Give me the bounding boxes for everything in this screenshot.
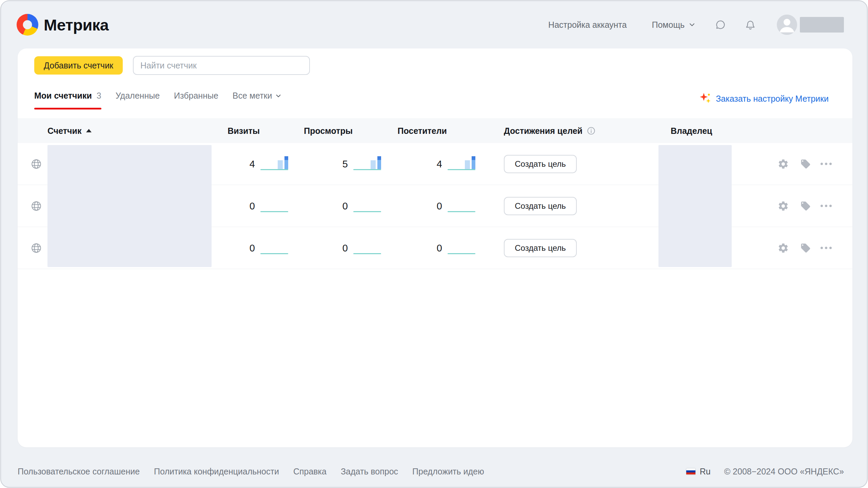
tab-deleted[interactable]: Удаленные (116, 91, 160, 109)
column-goals: Достижения целей (504, 126, 596, 136)
counters-card: Добавить счетчик Мои счетчики 3 Удаленны… (18, 48, 852, 447)
table-header: Счетчик Визиты Просмотры Посетители Дост… (18, 118, 852, 143)
visits-sparkline (260, 239, 288, 257)
column-views: Просмотры (304, 126, 353, 136)
ellipsis-icon[interactable] (818, 199, 834, 213)
views-value: 5 (294, 158, 348, 169)
tab-favorites[interactable]: Избранные (174, 91, 218, 109)
tab-all-tags[interactable]: Все метки (233, 91, 282, 109)
sort-asc-icon (86, 129, 92, 133)
footer-link-user-agreement[interactable]: Пользовательское соглашение (18, 467, 140, 476)
column-visits: Визиты (228, 126, 260, 136)
gear-icon[interactable] (776, 157, 790, 171)
order-link-label: Заказать настройку Метрики (716, 94, 829, 104)
visitors-sparkline (448, 197, 475, 215)
logo-text: Метрика (44, 16, 108, 34)
gear-icon[interactable] (776, 199, 790, 213)
column-owner: Владелец (671, 126, 712, 136)
tabs: Мои счетчики 3 Удаленные Избранные Все м… (34, 91, 282, 115)
add-counter-button[interactable]: Добавить счетчик (34, 56, 123, 75)
column-goals-label: Достижения целей (504, 126, 583, 136)
tab-my-counters-label: Мои счетчики (34, 91, 92, 101)
ellipsis-icon[interactable] (818, 157, 834, 171)
counter-name-redacted[interactable] (47, 145, 212, 267)
views-sparkline (353, 197, 381, 215)
visitors-sparkline (448, 155, 475, 173)
language-selector[interactable]: Ru (700, 467, 711, 476)
footer-link-privacy-policy[interactable]: Политика конфиденциальности (154, 467, 279, 476)
footer-link-help[interactable]: Справка (293, 467, 327, 476)
visits-sparkline (260, 197, 288, 215)
column-visitors: Посетители (398, 126, 447, 136)
visitors-sparkline (448, 239, 475, 257)
table-body: 4 5 4 Создать цель 0 (18, 143, 852, 269)
visitors-value: 0 (388, 200, 442, 211)
tag-icon[interactable] (799, 199, 812, 213)
ellipsis-icon[interactable] (818, 241, 834, 255)
app-window: Метрика Настройка аккаунта Помощь (0, 0, 868, 488)
avatar[interactable] (777, 15, 797, 35)
search-input[interactable] (133, 56, 310, 75)
views-sparkline (353, 155, 381, 173)
footer: Пользовательское соглашение Политика кон… (1, 462, 867, 481)
help-label: Помощь (652, 20, 685, 30)
chat-icon[interactable] (714, 19, 727, 31)
sparkle-star-icon (698, 92, 712, 105)
top-bar: Метрика Настройка аккаунта Помощь (1, 1, 867, 48)
order-metrika-setup-link[interactable]: Заказать настройку Метрики (698, 92, 829, 105)
chevron-down-icon (275, 92, 282, 100)
account-settings-link[interactable]: Настройка аккаунта (548, 20, 627, 30)
views-value: 0 (294, 200, 348, 211)
tab-my-counters[interactable]: Мои счетчики 3 (34, 91, 101, 109)
yandex-metrika-logo-icon (17, 14, 38, 36)
tab-my-counters-count: 3 (97, 91, 101, 101)
metrika-logo[interactable]: Метрика (17, 14, 108, 36)
column-counter-label: Счетчик (47, 126, 81, 136)
help-menu[interactable]: Помощь (652, 20, 696, 30)
column-counter[interactable]: Счетчик (47, 126, 92, 136)
owner-redacted (658, 145, 732, 267)
bell-icon[interactable] (744, 19, 756, 31)
visitors-value: 4 (388, 158, 442, 169)
globe-icon (31, 242, 42, 254)
create-goal-button[interactable]: Создать цель (504, 197, 577, 215)
gear-icon[interactable] (776, 241, 790, 255)
username-redacted[interactable] (800, 17, 844, 33)
info-icon[interactable] (587, 126, 596, 135)
footer-right: Ru © 2008−2024 ООО «ЯНДЕКС» (686, 462, 844, 481)
globe-icon (31, 158, 42, 170)
globe-icon (31, 200, 42, 212)
russia-flag-icon[interactable] (686, 468, 696, 475)
tab-all-tags-label: Все метки (233, 91, 272, 101)
tag-icon[interactable] (799, 241, 812, 255)
copyright: © 2008−2024 ООО «ЯНДЕКС» (724, 467, 844, 476)
footer-link-suggest-idea[interactable]: Предложить идею (412, 467, 484, 476)
footer-links: Пользовательское соглашение Политика кон… (18, 462, 484, 481)
create-goal-button[interactable]: Создать цель (504, 239, 577, 257)
create-goal-button[interactable]: Создать цель (504, 155, 577, 173)
tag-icon[interactable] (799, 157, 812, 171)
topbar-right: Настройка аккаунта Помощь (548, 15, 844, 35)
chevron-down-icon (688, 21, 696, 29)
visitors-value: 0 (388, 242, 442, 253)
footer-link-ask-question[interactable]: Задать вопрос (341, 467, 398, 476)
views-sparkline (353, 239, 381, 257)
views-value: 0 (294, 242, 348, 253)
visits-sparkline (260, 155, 288, 173)
